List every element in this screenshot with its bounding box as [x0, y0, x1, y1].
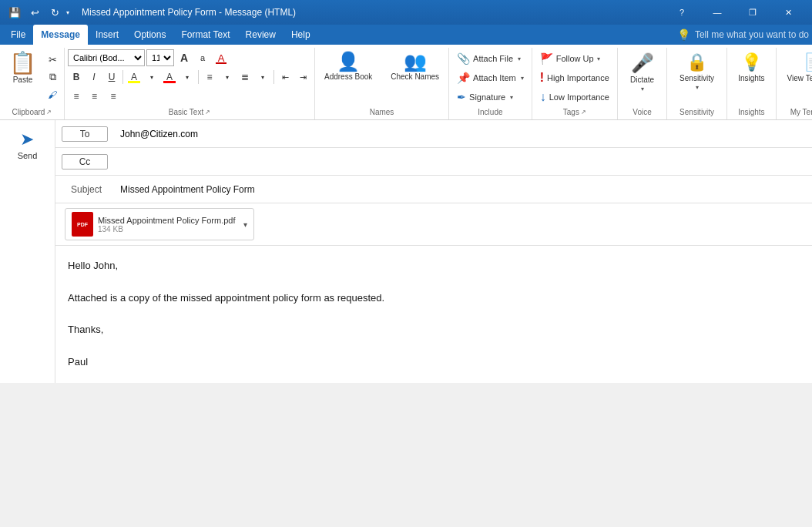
bullet-list-button[interactable]: ≡	[201, 69, 218, 86]
highlight-dropdown[interactable]: ▾	[143, 69, 160, 86]
low-importance-button[interactable]: ↓ Low Importance	[535, 88, 614, 106]
sensitivity-dropdown-icon[interactable]: ▾	[696, 84, 699, 91]
align-left-button[interactable]: ≡	[68, 88, 85, 105]
attach-file-dropdown-icon[interactable]: ▾	[518, 55, 521, 62]
ribbon-group-voice: 🎤 Dictate ▾ Voice	[618, 48, 667, 119]
tags-expand-icon[interactable]: ↗	[581, 109, 586, 116]
paste-button[interactable]: 📋 Paste	[3, 49, 42, 87]
font-family-select[interactable]: Calibri (Bod...	[68, 49, 145, 66]
attachment-size: 134 KB	[98, 225, 236, 233]
increase-indent-button[interactable]: ⇥	[294, 69, 311, 86]
dictate-button[interactable]: 🎤 Dictate ▾	[621, 49, 663, 96]
cc-button[interactable]: Cc	[62, 154, 108, 170]
check-names-button[interactable]: 👥 Check Names	[384, 49, 445, 85]
attach-item-dropdown-icon[interactable]: ▾	[521, 75, 524, 82]
menu-help[interactable]: Help	[284, 25, 318, 45]
dictate-dropdown-icon[interactable]: ▾	[641, 86, 644, 92]
sensitivity-label: Sensitivity	[679, 74, 714, 82]
window-controls: ? — ❐ ✕	[664, 0, 806, 25]
underline-button[interactable]: U	[103, 69, 120, 86]
format-painter-button[interactable]: 🖌	[44, 86, 61, 103]
address-book-label: Address Book	[324, 72, 372, 82]
decrease-indent-button[interactable]: ⇤	[277, 69, 294, 86]
insights-group-label: Insights	[730, 106, 772, 118]
attach-item-button[interactable]: 📌 Attach Item ▾	[452, 69, 528, 87]
body-main: Attached is a copy of the missed appoint…	[68, 290, 800, 307]
signature-dropdown-icon[interactable]: ▾	[510, 94, 513, 101]
cut-button[interactable]: ✂	[44, 51, 61, 68]
menu-review[interactable]: Review	[238, 25, 284, 45]
compose-content: To Cc Subject Missed Appointment Policy …	[55, 120, 812, 383]
basic-text-expand-icon[interactable]: ↗	[205, 109, 210, 116]
attachment-item[interactable]: PDF Missed Appointment Policy Form.pdf 1…	[65, 208, 254, 240]
minimize-button[interactable]: —	[700, 0, 735, 25]
divider3	[273, 70, 274, 84]
address-book-button[interactable]: 👤 Address Book	[318, 49, 378, 85]
divider	[122, 70, 123, 84]
view-templates-label: View Templates	[787, 74, 812, 82]
sensitivity-group-label: Sensitivity	[670, 106, 723, 118]
copy-button[interactable]: ⧉	[44, 69, 61, 86]
menu-options[interactable]: Options	[126, 25, 173, 45]
close-button[interactable]: ✕	[770, 0, 806, 25]
sensitivity-button[interactable]: 🔒 Sensitivity ▾	[670, 49, 723, 94]
attachment-dropdown-icon[interactable]: ▾	[243, 220, 247, 229]
signature-icon: ✒	[457, 91, 466, 103]
to-button[interactable]: To	[62, 126, 108, 142]
clear-formatting-button[interactable]: A	[213, 49, 230, 66]
view-templates-button[interactable]: 📄 View Templates	[780, 49, 812, 86]
basic-text-rows: Calibri (Bod... 11 A a A B I U	[68, 49, 311, 105]
restore-button[interactable]: ❐	[735, 0, 770, 25]
follow-up-label: Follow Up	[556, 54, 594, 63]
menu-format-text[interactable]: Format Text	[173, 25, 237, 45]
highlight-button[interactable]: A	[126, 69, 143, 86]
help-icon-button[interactable]: ?	[664, 0, 700, 25]
font-color-dropdown[interactable]: ▾	[179, 69, 196, 86]
tell-me-bar[interactable]: 💡 Tell me what you want to do	[677, 25, 809, 45]
tags-content: 🚩 Follow Up ▾ ! High Importance ↓ Low Im…	[535, 49, 614, 106]
ribbon: 📋 Paste ✂ ⧉ 🖌 Clipboard ↗ Calibri (Bod..…	[0, 45, 812, 120]
redo-button[interactable]: ↻	[46, 4, 63, 21]
align-center-button[interactable]: ≡	[86, 88, 103, 105]
insights-label: Insights	[738, 74, 764, 82]
numbering-dropdown[interactable]: ▾	[254, 69, 271, 86]
clipboard-expand-icon[interactable]: ↗	[46, 109, 52, 116]
grow-font-button[interactable]: A	[176, 49, 193, 66]
window-title: Missed Appointment Policy Form - Message…	[82, 7, 296, 18]
menu-message[interactable]: Message	[33, 25, 88, 45]
low-importance-icon: ↓	[540, 90, 546, 104]
save-button[interactable]: 💾	[6, 4, 23, 21]
email-body[interactable]: Hello John, Attached is a copy of the mi…	[55, 246, 812, 383]
dictate-icon: 🎤	[631, 52, 654, 74]
font-size-select[interactable]: 11	[146, 49, 174, 66]
basic-text-group-label: Basic Text ↗	[68, 106, 311, 118]
align-right-button[interactable]: ≡	[105, 88, 122, 105]
dictate-label: Dictate	[630, 76, 654, 84]
send-button[interactable]: ➤ Send	[12, 126, 44, 163]
numbering-button[interactable]: ≣	[237, 69, 253, 86]
attach-file-button[interactable]: 📎 Attach File ▾	[452, 49, 525, 68]
signature-button[interactable]: ✒ Signature ▾	[452, 88, 518, 106]
body-greeting: Hello John,	[68, 258, 800, 274]
high-importance-button[interactable]: ! High Importance	[535, 69, 614, 87]
menu-file[interactable]: File	[3, 25, 33, 45]
cc-input[interactable]	[114, 153, 812, 170]
menu-insert[interactable]: Insert	[88, 25, 126, 45]
insights-button[interactable]: 💡 Insights	[730, 49, 772, 86]
attach-file-label: Attach File	[473, 54, 513, 63]
send-area: ➤ Send	[0, 120, 55, 383]
font-color-button[interactable]: A	[161, 69, 178, 86]
bold-button[interactable]: B	[68, 69, 85, 86]
to-input[interactable]	[114, 126, 812, 143]
body-empty3	[68, 338, 800, 354]
undo-button[interactable]: ↩	[26, 4, 43, 21]
shrink-font-button[interactable]: a	[194, 49, 211, 66]
qat-dropdown-button[interactable]: ▾	[66, 4, 77, 21]
subject-field-row: Subject Missed Appointment Policy Form	[55, 176, 812, 203]
ribbon-group-insights: 💡 Insights Insights	[727, 48, 776, 119]
follow-up-button[interactable]: 🚩 Follow Up ▾	[535, 49, 605, 68]
attachment-area: PDF Missed Appointment Policy Form.pdf 1…	[55, 203, 812, 246]
follow-up-dropdown-icon[interactable]: ▾	[597, 55, 600, 62]
bullet-dropdown[interactable]: ▾	[219, 69, 236, 86]
italic-button[interactable]: I	[86, 69, 102, 86]
